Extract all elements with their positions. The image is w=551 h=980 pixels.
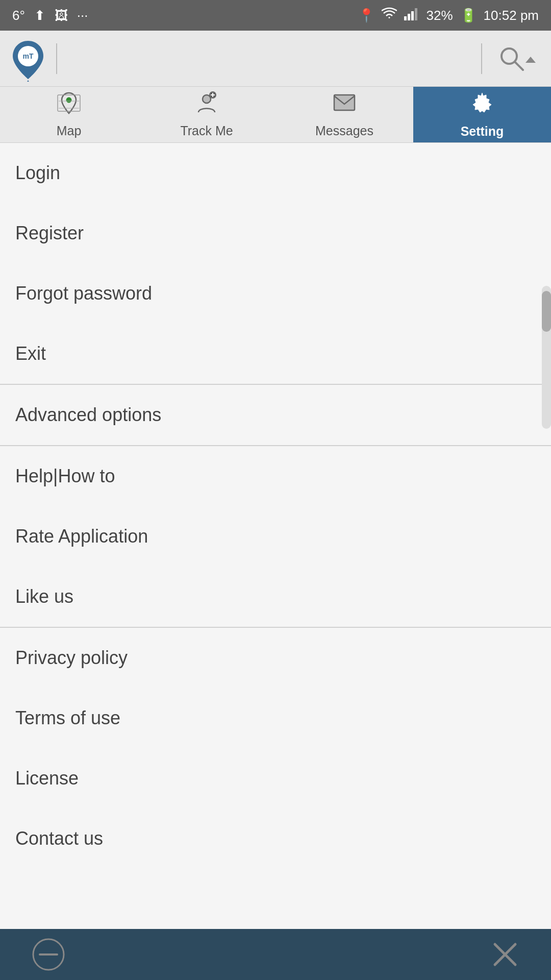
image-icon: 🖼 (55, 8, 68, 23)
tab-messages-label: Messages (315, 124, 373, 138)
menu-item-rate-application[interactable]: Rate Application (0, 506, 551, 567)
tab-map-label: Map (57, 124, 82, 138)
header-divider-right (481, 43, 482, 74)
svg-rect-0 (404, 16, 407, 20)
menu-item-forgot-password[interactable]: Forgot password (0, 263, 551, 324)
nav-tabs: Map Track Me Messages (0, 87, 551, 143)
menu-item-like-us[interactable]: Like us (0, 567, 551, 627)
logo-area: mT (10, 38, 46, 79)
bottom-bar (0, 929, 551, 980)
search-chevron (525, 57, 536, 63)
wifi-icon (382, 7, 397, 24)
upload-icon: ⬆ (34, 8, 45, 23)
minus-button[interactable] (31, 937, 66, 972)
signal-icon (404, 7, 419, 24)
messages-icon (332, 91, 357, 120)
svg-point-9 (66, 97, 71, 103)
menu-item-login[interactable]: Login (0, 143, 551, 203)
svg-rect-15 (334, 95, 355, 110)
status-left: 6° ⬆ 🖼 ··· (12, 8, 88, 23)
svg-rect-1 (408, 14, 410, 20)
map-icon (57, 91, 81, 120)
menu-item-exit[interactable]: Exit (0, 324, 551, 384)
menu-item-advanced-options[interactable]: Advanced options (0, 385, 551, 445)
header-divider-left (56, 43, 57, 74)
app-logo: mT (10, 38, 46, 79)
tab-map[interactable]: Map (0, 87, 138, 142)
svg-rect-2 (411, 11, 414, 20)
svg-rect-3 (415, 8, 417, 20)
menu-item-help[interactable]: Help|How to (0, 446, 551, 506)
svg-line-8 (515, 62, 523, 70)
tab-setting[interactable]: Setting (413, 87, 551, 142)
battery-icon: 🔋 (460, 8, 477, 23)
settings-icon (469, 90, 495, 121)
battery-percent: 32% (427, 8, 453, 23)
tab-trackme-label: Track Me (180, 124, 233, 138)
status-right: 📍 32% 🔋 10:52 pm (358, 7, 539, 24)
more-icon: ··· (77, 8, 88, 23)
time: 10:52 pm (484, 8, 539, 23)
menu-item-terms-of-use[interactable]: Terms of use (0, 688, 551, 748)
svg-point-17 (480, 101, 485, 106)
menu-item-license[interactable]: License (0, 748, 551, 808)
temperature: 6° (12, 8, 25, 23)
tab-setting-label: Setting (461, 124, 504, 139)
app-header: mT (0, 31, 551, 87)
trackme-icon (194, 91, 219, 120)
svg-marker-6 (26, 80, 31, 82)
settings-menu: Login Register Forgot password Exit Adva… (0, 143, 551, 929)
menu-item-privacy-policy[interactable]: Privacy policy (0, 628, 551, 688)
search-button[interactable] (492, 39, 541, 78)
scrollbar-thumb[interactable] (542, 291, 551, 332)
svg-text:mT: mT (23, 52, 34, 60)
tab-trackme[interactable]: Track Me (138, 87, 276, 142)
tab-messages[interactable]: Messages (276, 87, 413, 142)
menu-item-register[interactable]: Register (0, 203, 551, 263)
close-button[interactable] (490, 939, 520, 970)
location-icon: 📍 (358, 8, 374, 23)
scrollbar[interactable] (542, 286, 551, 429)
status-bar: 6° ⬆ 🖼 ··· 📍 32% 🔋 10:52 pm (0, 0, 551, 31)
menu-item-contact-us[interactable]: Contact us (0, 808, 551, 869)
